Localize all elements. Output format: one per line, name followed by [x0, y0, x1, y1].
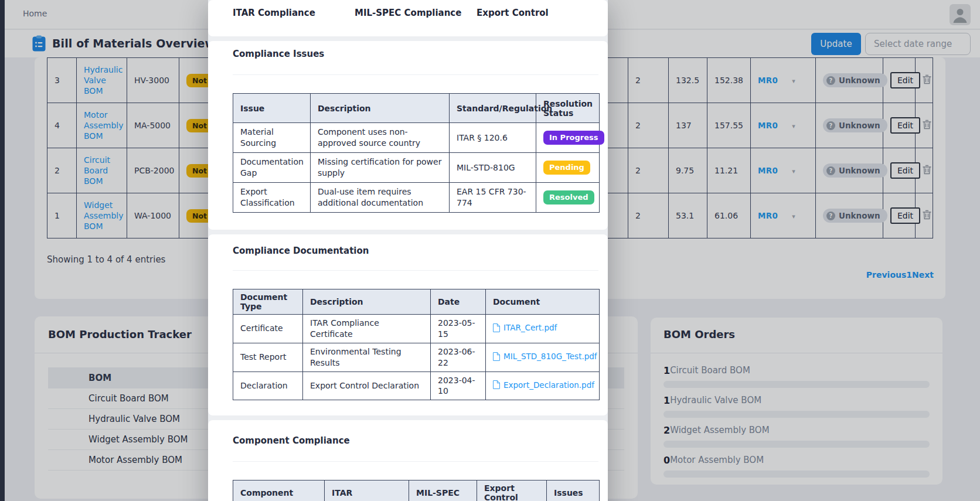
table-header-row: Document Type Description Date Document: [233, 289, 600, 315]
date-cell: 2023-05-15: [431, 315, 486, 343]
column-header: Issue: [233, 94, 311, 123]
section-title: Component Compliance: [233, 435, 598, 446]
doc-type-cell: Test Report: [233, 343, 303, 372]
date-cell: 2023-06-22: [431, 343, 486, 372]
status-badge: Resolved: [543, 190, 594, 205]
document-link[interactable]: MIL_STD_810G_Test.pdf: [493, 351, 597, 362]
description-cell: Environmental Testing Results: [303, 343, 431, 372]
table-header-row: Component ITAR MIL-SPEC Export Control I…: [233, 480, 600, 501]
compliance-documentation-section: Compliance Documentation Document Type D…: [208, 234, 608, 415]
standard-cell: ITAR § 120.6: [450, 123, 536, 153]
issue-cell: Material Sourcing: [233, 123, 311, 153]
document-link[interactable]: Export_Declaration.pdf: [493, 380, 594, 390]
table-row: Test Report Environmental Testing Result…: [233, 343, 600, 372]
date-cell: 2023-04-10: [431, 372, 486, 400]
section-title: Compliance Documentation: [233, 246, 598, 256]
column-header: ITAR: [325, 480, 409, 501]
description-cell: Missing certification for power supply: [311, 153, 450, 183]
column-header: Description: [311, 94, 450, 123]
component-compliance-table: Component ITAR MIL-SPEC Export Control I…: [233, 480, 600, 501]
column-header: Description: [303, 289, 431, 315]
standard-cell: MIL-STD-810G: [450, 153, 536, 183]
column-header: Issues: [547, 480, 600, 501]
column-header: MIL-SPEC: [409, 480, 477, 501]
doc-type-cell: Declaration: [233, 372, 303, 400]
description-cell: Dual-use item requires additional docume…: [311, 183, 450, 213]
issue-cell: Export Classification: [233, 183, 311, 213]
description-cell: Component uses non-approved source count…: [311, 123, 450, 153]
table-row: Certificate ITAR Compliance Certificate …: [233, 315, 600, 343]
compliance-issues-section: Compliance Issues Issue Description Stan…: [208, 41, 608, 230]
description-cell: ITAR Compliance Certificate: [303, 315, 431, 343]
status-badge: Pending: [543, 161, 590, 175]
milspec-compliance-label: MIL-SPEC Compliance: [355, 8, 477, 36]
table-row: Material Sourcing Component uses non-app…: [233, 123, 600, 153]
table-row: Export Classification Dual-use item requ…: [233, 183, 600, 213]
pdf-file-icon: [493, 352, 500, 361]
issue-cell: Documentation Gap: [233, 153, 311, 183]
export-control-label: Export Control: [477, 8, 598, 36]
itar-compliance-label: ITAR Compliance: [233, 8, 355, 36]
pdf-file-icon: [493, 380, 500, 389]
component-compliance-section: Component Compliance Component ITAR MIL-…: [208, 420, 608, 501]
section-title: Compliance Issues: [233, 49, 598, 59]
status-badge: In Progress: [543, 131, 604, 145]
pdf-file-icon: [493, 323, 500, 332]
column-header: Component: [233, 480, 325, 501]
column-header: Date: [431, 289, 486, 315]
column-header: Resolution Status: [536, 94, 600, 123]
column-header: Document Type: [233, 289, 303, 315]
table-row: Documentation Gap Missing certification …: [233, 153, 600, 183]
doc-type-cell: Certificate: [233, 315, 303, 343]
compliance-issues-table: Issue Description Standard/Regulation Re…: [233, 93, 600, 213]
modal-summary-row: ITAR Compliance MIL-SPEC Compliance Expo…: [208, 0, 608, 36]
standard-cell: EAR 15 CFR 730-774: [450, 183, 536, 213]
column-header: Export Control: [477, 480, 547, 501]
column-header: Standard/Regulation: [450, 94, 536, 123]
table-row: Declaration Export Control Declaration 2…: [233, 372, 600, 400]
description-cell: Export Control Declaration: [303, 372, 431, 400]
table-header-row: Issue Description Standard/Regulation Re…: [233, 94, 600, 123]
document-link[interactable]: ITAR_Cert.pdf: [493, 322, 557, 333]
column-header: Document: [486, 289, 600, 315]
compliance-modal: ITAR Compliance MIL-SPEC Compliance Expo…: [208, 0, 608, 501]
compliance-documentation-table: Document Type Description Date Document …: [233, 289, 600, 400]
